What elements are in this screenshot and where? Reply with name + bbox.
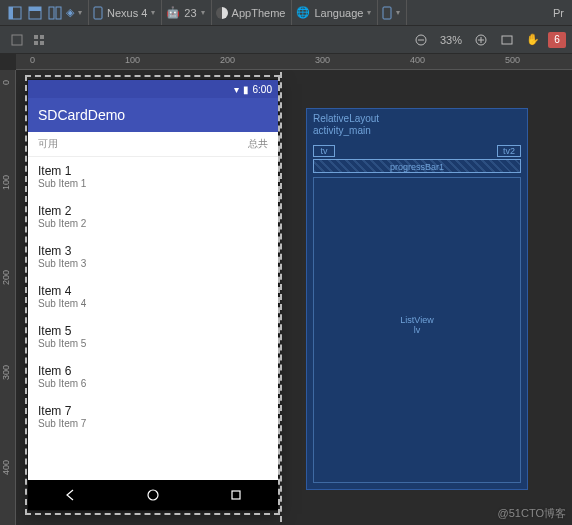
bp-listview[interactable]: ListView lv — [313, 177, 521, 483]
grid-button[interactable] — [28, 30, 50, 50]
globe-icon: 🌐 — [296, 6, 310, 19]
svg-rect-8 — [12, 35, 22, 45]
svg-rect-5 — [56, 7, 61, 19]
view-mode-1-icon[interactable] — [6, 4, 24, 22]
svg-rect-4 — [49, 7, 54, 19]
list-item[interactable]: Item 6Sub Item 6 — [28, 357, 278, 397]
theme-selector[interactable]: AppTheme — [216, 7, 286, 19]
svg-rect-3 — [29, 7, 41, 11]
select-button[interactable] — [6, 30, 28, 50]
list-item-title: Item 1 — [38, 164, 268, 178]
pan-button[interactable]: ✋ — [522, 30, 544, 50]
bp-tv[interactable]: tv — [313, 145, 335, 157]
list-item-sub: Sub Item 1 — [38, 178, 268, 189]
error-count-badge[interactable]: 6 — [548, 32, 566, 48]
design-surface: 0100200300400500 0100200300400 ▾ ▮ 6:00 … — [0, 54, 572, 525]
theme-icon — [216, 7, 228, 19]
bp-listview-type: ListView — [314, 315, 520, 325]
svg-rect-18 — [502, 36, 512, 44]
svg-rect-11 — [34, 41, 38, 45]
status-bar: ▾ ▮ 6:00 — [28, 80, 278, 98]
zoom-level: 33% — [436, 34, 466, 46]
recent-icon[interactable] — [229, 488, 243, 502]
svg-rect-20 — [232, 491, 240, 499]
home-icon[interactable] — [146, 488, 160, 502]
view-mode-3-icon[interactable] — [46, 4, 64, 22]
blueprint-view[interactable]: RelativeLayout activity_main tv tv2 prog… — [306, 108, 528, 490]
status-time: 6:00 — [253, 84, 272, 95]
language-label: Language — [314, 7, 363, 19]
header-left: 可用 — [38, 137, 58, 151]
list-item[interactable]: Item 1Sub Item 1 — [28, 157, 278, 197]
device-preview: ▾ ▮ 6:00 SDCardDemo 可用 总共 Item 1Sub Item… — [28, 80, 278, 510]
bp-progressbar[interactable]: progressBar1 — [313, 159, 521, 173]
list-item-sub: Sub Item 3 — [38, 258, 268, 269]
bp-tv2[interactable]: tv2 — [497, 145, 521, 157]
main-toolbar: ◈▾ Nexus 4▾ 🤖 23▾ AppTheme 🌐 Language▾ ▾… — [0, 0, 572, 26]
list-item[interactable]: Item 2Sub Item 2 — [28, 197, 278, 237]
svg-rect-12 — [40, 41, 44, 45]
list-item-title: Item 7 — [38, 404, 268, 418]
list-item[interactable]: Item 3Sub Item 3 — [28, 237, 278, 277]
list-item-title: Item 4 — [38, 284, 268, 298]
battery-icon: ▮ — [243, 84, 249, 95]
api-selector[interactable]: 🤖 23▾ — [166, 6, 204, 19]
back-icon[interactable] — [63, 488, 77, 502]
wifi-icon: ▾ — [234, 84, 239, 95]
watermark: @51CTO博客 — [498, 506, 566, 521]
fit-button[interactable] — [496, 30, 518, 50]
header-row: 可用 总共 — [28, 132, 278, 157]
header-right: 总共 — [248, 137, 268, 151]
svg-point-19 — [148, 490, 158, 500]
list-item-sub: Sub Item 6 — [38, 378, 268, 389]
device-name: Nexus 4 — [107, 7, 147, 19]
right-marker: Pr — [553, 7, 566, 19]
vertical-guide — [280, 70, 282, 525]
view-mode-2-icon[interactable] — [26, 4, 44, 22]
app-title: SDCardDemo — [38, 107, 125, 123]
sub-toolbar: 33% ✋ 6 — [0, 26, 572, 54]
list-item-sub: Sub Item 7 — [38, 418, 268, 429]
canvas[interactable]: ▾ ▮ 6:00 SDCardDemo 可用 总共 Item 1Sub Item… — [16, 70, 572, 525]
navigation-bar — [28, 480, 278, 510]
diamond-icon: ◈ — [66, 6, 74, 19]
list-item[interactable]: Item 4Sub Item 4 — [28, 277, 278, 317]
bp-root-type: RelativeLayout — [313, 113, 379, 124]
list-item-sub: Sub Item 4 — [38, 298, 268, 309]
svg-rect-10 — [40, 35, 44, 39]
phone-icon — [93, 6, 103, 20]
language-selector[interactable]: 🌐 Language▾ — [296, 6, 371, 19]
list-item[interactable]: Item 7Sub Item 7 — [28, 397, 278, 437]
tool-dropdown[interactable]: ◈▾ — [66, 6, 82, 19]
app-bar: SDCardDemo — [28, 98, 278, 132]
bp-root-id: activity_main — [313, 125, 371, 136]
svg-rect-1 — [9, 7, 13, 19]
list-item-sub: Sub Item 5 — [38, 338, 268, 349]
list-item-title: Item 5 — [38, 324, 268, 338]
list-item[interactable]: Item 5Sub Item 5 — [28, 317, 278, 357]
list-item-title: Item 6 — [38, 364, 268, 378]
bp-listview-id: lv — [314, 325, 520, 335]
variant-selector[interactable]: ▾ — [382, 6, 400, 20]
list-item-title: Item 2 — [38, 204, 268, 218]
android-icon: 🤖 — [166, 6, 180, 19]
device-selector[interactable]: Nexus 4▾ — [93, 6, 155, 20]
svg-rect-9 — [34, 35, 38, 39]
phone-icon — [382, 6, 392, 20]
listview-preview: Item 1Sub Item 1Item 2Sub Item 2Item 3Su… — [28, 157, 278, 437]
zoom-in-button[interactable] — [470, 30, 492, 50]
vertical-ruler: 0100200300400 — [0, 70, 16, 525]
api-level: 23 — [184, 7, 196, 19]
list-item-title: Item 3 — [38, 244, 268, 258]
svg-rect-6 — [94, 7, 102, 19]
list-item-sub: Sub Item 2 — [38, 218, 268, 229]
svg-rect-7 — [383, 7, 391, 19]
zoom-out-button[interactable] — [410, 30, 432, 50]
theme-name: AppTheme — [232, 7, 286, 19]
horizontal-ruler: 0100200300400500 — [16, 54, 572, 70]
